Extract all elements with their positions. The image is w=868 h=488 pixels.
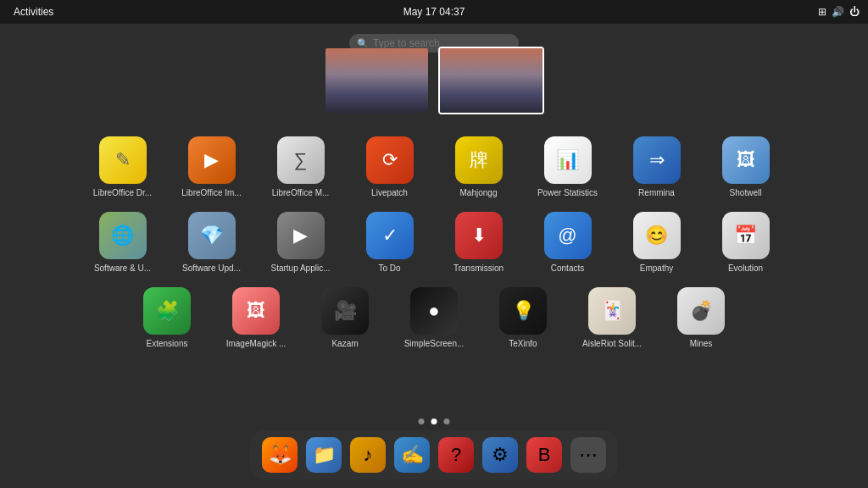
system-icons: ⊞ 🔊 ⏻ <box>818 6 860 18</box>
app-item-software-upd---[interactable]: 💎Software Upd... <box>170 207 254 278</box>
app-label: Evolution <box>728 263 763 273</box>
app-label: LibreOffice M... <box>272 188 330 197</box>
workspace-1[interactable] <box>324 47 430 114</box>
app-label: Empathy <box>640 263 673 273</box>
app-icon: 牌 <box>455 136 503 184</box>
app-item-contacts[interactable]: @Contacts <box>526 207 610 278</box>
app-label: LibreOffice Im... <box>181 188 241 197</box>
dock-icon-help[interactable]: ? <box>438 437 474 473</box>
app-label: Shotwell <box>730 188 762 197</box>
dock-icon-settings[interactable]: ⚙ <box>482 437 518 473</box>
app-icon: ∑ <box>277 136 325 184</box>
clock: May 17 04:37 <box>403 6 465 18</box>
app-label: TeXinfo <box>509 339 537 348</box>
app-label: Livepatch <box>371 188 408 197</box>
dock-icon-rhythmbox[interactable]: ♪ <box>350 437 386 473</box>
network-icon[interactable]: ⊞ <box>818 6 826 18</box>
app-grid: ✎LibreOffice Dr...▶LibreOffice Im...∑Lib… <box>0 131 868 353</box>
app-item-mines[interactable]: 💣Mines <box>659 282 743 353</box>
app-icon: ✓ <box>366 212 414 259</box>
app-item-mahjongg[interactable]: 牌Mahjongg <box>437 131 521 202</box>
app-item-libreoffice-m---[interactable]: ∑LibreOffice M... <box>259 131 343 202</box>
app-icon: ● <box>410 287 458 335</box>
dock-icon-firefox[interactable]: 🦊 <box>262 437 298 473</box>
app-label: Mines <box>690 339 713 348</box>
workspace-2[interactable] <box>438 47 544 114</box>
topbar: Activities May 17 04:37 ⊞ 🔊 ⏻ <box>0 0 868 24</box>
app-item-software---u---[interactable]: 🌐Software & U... <box>81 207 165 278</box>
app-icon: ▶ <box>188 136 236 184</box>
page-dot-2[interactable] <box>431 419 437 424</box>
app-icon: 😊 <box>633 212 681 259</box>
app-icon: 🌐 <box>99 212 147 259</box>
page-dot-1[interactable] <box>419 419 425 424</box>
app-item-livepatch[interactable]: ⟳Livepatch <box>348 131 432 202</box>
app-item-aisleriot-solit---[interactable]: 🃏AisleRiot Solit... <box>570 282 654 353</box>
app-item-transmission[interactable]: ⬇Transmission <box>437 207 521 278</box>
app-icon: @ <box>544 212 592 259</box>
app-item-libreoffice-im---[interactable]: ▶LibreOffice Im... <box>170 131 254 202</box>
app-label: Extensions <box>147 339 188 348</box>
app-label: Contacts <box>551 263 584 273</box>
app-icon: 💣 <box>677 287 725 335</box>
app-label: Software Upd... <box>182 263 241 273</box>
app-label: To Do <box>378 263 400 273</box>
app-label: ImageMagick ... <box>226 339 287 348</box>
app-item-simplescreen---[interactable]: ●SimpleScreen... <box>392 282 476 353</box>
app-label: AisleRiot Solit... <box>582 339 642 348</box>
app-item-imagemagick----[interactable]: 🖼ImageMagick ... <box>214 282 298 353</box>
page-dot-3[interactable] <box>444 419 450 424</box>
app-icon: 🖼 <box>722 136 770 184</box>
power-icon[interactable]: ⏻ <box>849 6 860 18</box>
app-label: Mahjongg <box>460 188 498 197</box>
app-icon: ✎ <box>99 136 147 184</box>
app-label: Kazam <box>331 339 358 348</box>
activities-button[interactable]: Activities <box>8 4 58 19</box>
app-label: SimpleScreen... <box>404 339 465 348</box>
app-item-remmina[interactable]: ⇒Remmina <box>615 131 699 202</box>
dock: 🦊📁♪✍?⚙B⋯ <box>250 430 618 480</box>
app-icon: 💎 <box>188 212 236 259</box>
dock-icon-app-grid[interactable]: ⋯ <box>570 437 606 473</box>
app-icon: ⇒ <box>633 136 681 184</box>
app-row-3: 🧩Extensions🖼ImageMagick ...🎥Kazam●Simple… <box>125 282 743 353</box>
app-label: Transmission <box>453 263 504 273</box>
app-row-2: 🌐Software & U...💎Software Upd...▶Startup… <box>81 207 788 278</box>
app-icon: 🖼 <box>232 287 280 335</box>
dock-icon-files[interactable]: 📁 <box>306 437 342 473</box>
app-item-empathy[interactable]: 😊Empathy <box>615 207 699 278</box>
app-icon: 🃏 <box>588 287 636 335</box>
app-icon: 📊 <box>544 136 592 184</box>
app-label: Software & U... <box>94 263 151 273</box>
app-icon: 📅 <box>722 212 770 259</box>
page-dots <box>419 419 450 424</box>
dock-icon-libreoffice-writer[interactable]: ✍ <box>394 437 430 473</box>
app-label: LibreOffice Dr... <box>93 188 152 197</box>
app-item-evolution[interactable]: 📅Evolution <box>704 207 788 278</box>
app-item-texinfo[interactable]: 💡TeXinfo <box>481 282 565 353</box>
workspaces <box>324 47 544 114</box>
app-icon: 🧩 <box>143 287 191 335</box>
app-icon: ▶ <box>277 212 325 259</box>
app-label: Power Statistics <box>537 188 598 197</box>
app-label: Startup Applic... <box>270 263 330 273</box>
app-item-power-statistics[interactable]: 📊Power Statistics <box>526 131 610 202</box>
app-item-shotwell[interactable]: 🖼Shotwell <box>704 131 788 202</box>
volume-icon[interactable]: 🔊 <box>832 6 844 18</box>
app-item-startup-applic---[interactable]: ▶Startup Applic... <box>259 207 343 278</box>
app-icon: 🎥 <box>321 287 369 335</box>
dock-icon-brave-browser[interactable]: B <box>526 437 562 473</box>
app-icon: ⬇ <box>455 212 503 259</box>
app-label: Remmina <box>638 188 675 197</box>
app-item-to-do[interactable]: ✓To Do <box>348 207 432 278</box>
app-item-libreoffice-dr---[interactable]: ✎LibreOffice Dr... <box>81 131 165 202</box>
app-icon: 💡 <box>499 287 547 335</box>
app-icon: ⟳ <box>366 136 414 184</box>
app-item-extensions[interactable]: 🧩Extensions <box>125 282 209 353</box>
app-item-kazam[interactable]: 🎥Kazam <box>303 282 387 353</box>
app-row-1: ✎LibreOffice Dr...▶LibreOffice Im...∑Lib… <box>81 131 788 202</box>
